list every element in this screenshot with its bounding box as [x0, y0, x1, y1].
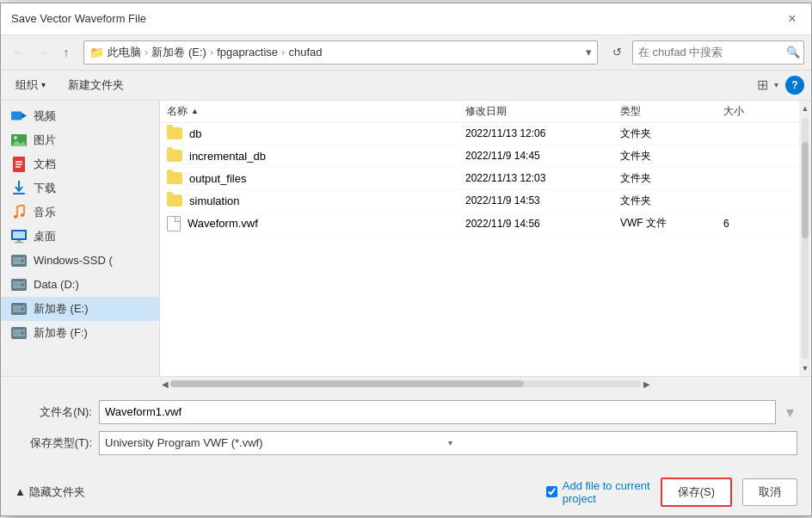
crumb-chufad[interactable]: chufad [288, 46, 322, 59]
hdd-icon-d [11, 277, 27, 293]
svg-point-24 [21, 307, 24, 311]
forward-button[interactable]: → [32, 42, 52, 63]
hide-folders-button[interactable]: ▲ 隐藏文件夹 [15, 484, 85, 500]
svg-point-28 [21, 331, 24, 335]
scroll-up-button[interactable]: ▲ [799, 101, 811, 116]
search-input[interactable] [638, 46, 783, 59]
sidebar-label-windows-ssd: Windows-SSD ( [34, 254, 113, 267]
svg-rect-12 [17, 240, 21, 242]
filetype-dropdown[interactable]: University Program VWF (*.vwf) ▾ [99, 431, 797, 455]
sidebar-item-new-vol-e[interactable]: 新加卷 (E:) [1, 297, 159, 321]
up-button[interactable]: ↑ [56, 42, 77, 63]
sidebar-item-data-d[interactable]: Data (D:) [1, 273, 159, 297]
filename-label: 文件名(N): [15, 404, 92, 420]
sidebar: 视频 图片 文档 下载 [1, 101, 160, 376]
horizontal-scroll-row: ◀ ▶ [1, 376, 811, 392]
save-button[interactable]: 保存(S) [661, 478, 732, 507]
sidebar-item-desktop[interactable]: 桌面 [1, 225, 159, 249]
add-file-label: Add file to current project [563, 479, 650, 505]
cancel-button[interactable]: 取消 [742, 478, 797, 506]
vertical-scrollbar[interactable]: ▲ ▼ [799, 101, 811, 376]
footer-right: Add file to current project 保存(S) 取消 [546, 478, 797, 507]
file-name-cell: Waveform.vwf [167, 216, 465, 231]
breadcrumb: 此电脑 › 新加卷 (E:) › fpgapractise › chufad [108, 45, 322, 60]
table-row[interactable]: incremental_db 2022/11/9 14:45 文件夹 [160, 145, 799, 168]
refresh-button[interactable]: ↺ [605, 40, 629, 65]
filename-row: 文件名(N): ▾ [15, 400, 797, 424]
sidebar-item-music[interactable]: 音乐 [1, 200, 159, 225]
sidebar-item-windows-ssd[interactable]: Windows-SSD ( [1, 249, 159, 273]
sidebar-label-music: 音乐 [34, 205, 56, 220]
vwf-file-icon [167, 216, 181, 231]
crumb-pc[interactable]: 此电脑 [108, 45, 141, 60]
scroll-down-button[interactable]: ▼ [799, 361, 811, 376]
view-icon[interactable]: ⊞ [752, 75, 772, 96]
sidebar-item-new-vol-f[interactable]: 新加卷 (F:) [1, 321, 159, 345]
scroll-thumb[interactable] [802, 142, 809, 238]
svg-marker-1 [22, 113, 27, 119]
h-scroll-thumb[interactable] [170, 380, 524, 387]
table-row[interactable]: simulation 2022/11/9 14:53 文件夹 [160, 190, 799, 213]
filename-dropdown-arrow[interactable]: ▾ [783, 403, 797, 422]
crumb-e[interactable]: 新加卷 (E:) [151, 45, 206, 60]
address-dropdown-arrow[interactable]: ▾ [586, 46, 592, 59]
sidebar-item-documents[interactable]: 文档 [1, 152, 159, 176]
svg-rect-0 [11, 112, 22, 120]
sidebar-label-desktop: 桌面 [34, 229, 56, 244]
sidebar-item-pictures[interactable]: 图片 [1, 128, 159, 152]
svg-rect-11 [13, 231, 25, 238]
footer: ▲ 隐藏文件夹 Add file to current project 保存(S… [1, 471, 811, 515]
filetype-arrow: ▾ [448, 438, 791, 447]
view-dropdown-arrow[interactable]: ▾ [774, 80, 778, 89]
file-name-cell: output_files [167, 172, 465, 185]
h-scroll-left-btn[interactable]: ◀ [160, 379, 170, 389]
add-file-checkbox[interactable] [546, 486, 557, 497]
h-scroll-track [170, 380, 642, 387]
col-header-name[interactable]: 名称 ▲ [167, 104, 465, 119]
sidebar-label-documents: 文档 [34, 157, 56, 172]
file-list-area: 名称 ▲ 修改日期 类型 大小 db 2022/11/1 [160, 101, 799, 376]
folder-icon [167, 172, 182, 184]
table-row[interactable]: Waveform.vwf 2022/11/9 14:56 VWF 文件 6 [160, 213, 799, 236]
file-list-header: 名称 ▲ 修改日期 类型 大小 [160, 101, 799, 123]
svg-rect-13 [15, 242, 23, 244]
crumb-fpga[interactable]: fpgapractise [217, 46, 278, 59]
filename-input[interactable] [99, 400, 776, 424]
folder-icon [167, 150, 182, 162]
h-scroll-right-btn[interactable]: ▶ [642, 379, 652, 389]
search-icon[interactable]: 🔍 [786, 46, 800, 59]
file-name-cell: simulation [167, 194, 465, 207]
sidebar-label-new-vol-f: 新加卷 (F:) [34, 325, 88, 341]
dialog-title: Save Vector Waveform File [11, 12, 146, 25]
col-header-date[interactable]: 修改日期 [465, 104, 620, 119]
music-icon [11, 205, 27, 220]
table-row[interactable]: output_files 2022/11/13 12:03 文件夹 [160, 168, 799, 190]
organize-button[interactable]: 组织 ▾ [8, 74, 53, 96]
hdd-icon-win [11, 253, 27, 268]
new-folder-button[interactable]: 新建文件夹 [60, 74, 132, 96]
close-button[interactable]: × [784, 10, 801, 28]
hdd-icon-f [11, 325, 27, 341]
col-header-size[interactable]: 大小 [723, 104, 792, 119]
bottom-section: 文件名(N): ▾ 保存类型(T): University Program VW… [1, 392, 811, 471]
filetype-label: 保存类型(T): [15, 435, 92, 451]
sidebar-item-videos[interactable]: 视频 [1, 104, 159, 128]
filetype-row: 保存类型(T): University Program VWF (*.vwf) … [15, 431, 797, 455]
hide-folders-arrow: ▲ [15, 485, 26, 498]
address-bar[interactable]: 📁 此电脑 › 新加卷 (E:) › fpgapractise › chufad… [83, 40, 598, 65]
sidebar-label-pictures: 图片 [34, 133, 56, 148]
table-row[interactable]: db 2022/11/13 12:06 文件夹 [160, 123, 799, 145]
col-header-type[interactable]: 类型 [620, 104, 723, 119]
save-dialog: Save Vector Waveform File × ← → ↑ 📁 此电脑 … [0, 3, 812, 516]
help-button[interactable]: ? [785, 76, 804, 95]
action-bar: 组织 ▾ 新建文件夹 ⊞ ▾ ? [1, 71, 811, 101]
sidebar-label-downloads: 下载 [34, 181, 56, 196]
svg-point-16 [21, 259, 24, 262]
nav-toolbar: ← → ↑ 📁 此电脑 › 新加卷 (E:) › fpgapractise › … [1, 35, 811, 71]
back-button[interactable]: ← [8, 42, 28, 63]
view-button-group: ⊞ ▾ [752, 75, 778, 96]
folder-icon: 📁 [89, 46, 104, 59]
filetype-value: University Program VWF (*.vwf) [105, 436, 448, 449]
sidebar-item-downloads[interactable]: 下载 [1, 176, 159, 200]
new-folder-label: 新建文件夹 [68, 77, 124, 93]
